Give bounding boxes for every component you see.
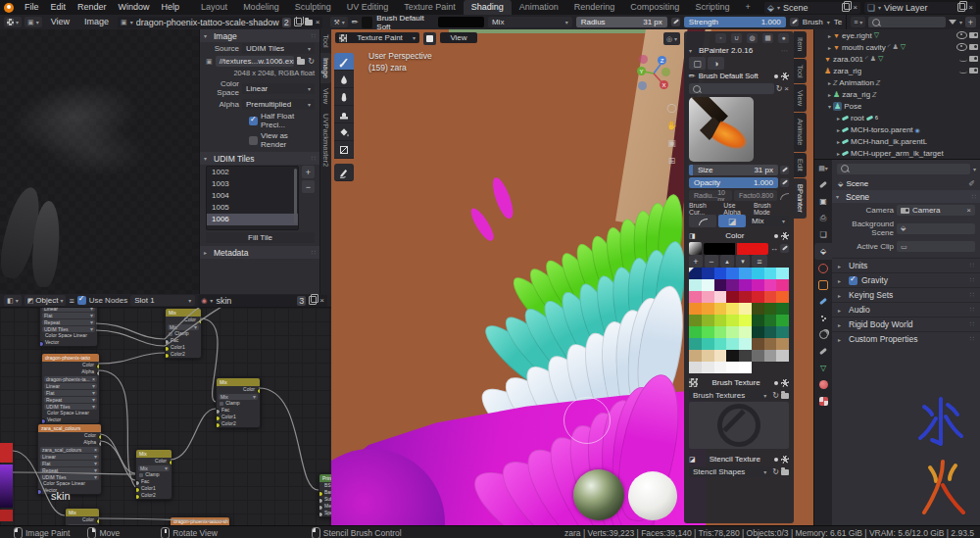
- node-row[interactable]: Spec: [319, 510, 331, 516]
- perspective-icon[interactable]: ⊞: [666, 156, 677, 167]
- unlink-scene-icon[interactable]: ×: [853, 4, 858, 12]
- node-row[interactable]: Color Space Linear: [38, 480, 101, 487]
- radius-slider[interactable]: Radius31 px: [576, 17, 667, 27]
- menu-render[interactable]: Render: [72, 0, 113, 15]
- palette-color[interactable]: [776, 279, 789, 291]
- palette-color[interactable]: [776, 350, 789, 362]
- palette-color[interactable]: [726, 326, 739, 338]
- palette-color[interactable]: [702, 303, 714, 315]
- users-count-badge[interactable]: 2: [282, 18, 291, 27]
- node-socket[interactable]: [136, 494, 140, 500]
- palette-color[interactable]: [714, 268, 727, 279]
- outliner-row[interactable]: ▸MCH-hand_ik.parentL: [814, 135, 980, 147]
- properties-editor-type[interactable]: ▤▾: [814, 160, 832, 176]
- color-settings-gear-icon[interactable]: [781, 232, 789, 240]
- sidebar-tab-tool[interactable]: Tool: [320, 29, 331, 53]
- properties-tab-scene[interactable]: ⬙: [814, 243, 832, 260]
- node-header[interactable]: Mix: [66, 509, 99, 516]
- palette-color[interactable]: [752, 315, 764, 326]
- jitter-radius-slider[interactable]: Radiu...10 px: [689, 190, 732, 201]
- size-pressure-icon[interactable]: [780, 166, 789, 174]
- palette-color[interactable]: [764, 303, 777, 315]
- paint-mode-toggle[interactable]: ▢: [689, 57, 706, 70]
- node-row[interactable]: Clamp: [217, 400, 260, 407]
- palette-color[interactable]: [714, 315, 727, 326]
- node-row[interactable]: Vector: [42, 416, 99, 423]
- palette-color[interactable]: [776, 291, 789, 303]
- open-stencils-icon[interactable]: [781, 469, 789, 475]
- browse-file-icon[interactable]: [297, 59, 305, 65]
- node-dropdown[interactable]: Linear▾: [44, 383, 97, 389]
- render-visibility-icon[interactable]: [969, 68, 978, 73]
- tool-soften-button[interactable]: [334, 71, 354, 88]
- blend-mode-dropdown[interactable]: Mix▾: [488, 17, 572, 27]
- slot-dropdown[interactable]: Slot 1▾: [130, 295, 195, 306]
- palette-sort-button[interactable]: ≡: [752, 255, 767, 268]
- panel-units[interactable]: ▸Units∷: [832, 258, 980, 272]
- node-row[interactable]: Color1: [166, 344, 201, 351]
- visibility-eye-icon[interactable]: [956, 43, 967, 51]
- node-dropdown[interactable]: Mix▾: [168, 324, 199, 330]
- node-dropdown[interactable]: Mix▾: [138, 465, 170, 471]
- palette-color[interactable]: [726, 315, 739, 326]
- palette-color[interactable]: [726, 338, 739, 350]
- axis-x-handle[interactable]: X: [660, 80, 668, 89]
- node-row[interactable]: Repeat▾: [42, 396, 99, 403]
- node-row[interactable]: Flat▾: [40, 312, 97, 318]
- sidebar-tab-view[interactable]: View: [794, 84, 807, 112]
- properties-tab-tool[interactable]: [814, 176, 832, 193]
- brush-thumbnail[interactable]: [362, 17, 372, 28]
- properties-tab-render[interactable]: ▣: [814, 193, 832, 210]
- node-row[interactable]: Subs: [319, 496, 331, 503]
- active-clip-field[interactable]: ▭: [897, 241, 975, 252]
- primary-color-swatch[interactable]: [704, 243, 735, 255]
- background-scene-field[interactable]: ⬙: [897, 223, 975, 234]
- filepath-field[interactable]: //textures...w.1006.exr: [216, 56, 295, 67]
- node-dropdown[interactable]: Flat▾: [40, 461, 99, 466]
- palette-color[interactable]: [764, 362, 777, 373]
- outliner-row[interactable]: ▸ZAnimationZ: [814, 76, 980, 88]
- palette-color[interactable]: [776, 362, 789, 373]
- unlink-view-layer-icon[interactable]: ×: [968, 4, 973, 12]
- node-header[interactable]: dragon-phoenix-tatto: [42, 354, 99, 362]
- palette-color[interactable]: [702, 315, 714, 326]
- axis-z-handle[interactable]: Z: [658, 56, 666, 65]
- strength-pressure-icon[interactable]: [790, 18, 799, 26]
- node-row[interactable]: zara_scal_colours×: [38, 446, 101, 453]
- sidebar-tab-animate[interactable]: Animate: [794, 113, 807, 152]
- reload-icon[interactable]: ↻: [308, 57, 315, 66]
- unlink-image-icon[interactable]: ×: [316, 19, 320, 26]
- palette-color[interactable]: [689, 279, 702, 291]
- view-menu[interactable]: View: [45, 15, 75, 29]
- copy-scene-icon[interactable]: [842, 3, 850, 12]
- workspace-tab-compositing[interactable]: Compositing: [622, 0, 687, 15]
- size-slider[interactable]: Size31 px: [689, 165, 778, 175]
- remove-tile-button[interactable]: −: [302, 180, 315, 193]
- udim-panel-title[interactable]: UDIM Tiles: [214, 154, 255, 164]
- panel-custom-properties[interactable]: ▸Custom Properties∷: [832, 331, 980, 346]
- workspace-tab-rendering[interactable]: Rendering: [566, 0, 623, 15]
- node-row[interactable]: Alpha: [42, 368, 99, 375]
- node-mix[interactable]: MixColorMix▾ ClampFacColor1Color2: [216, 377, 261, 428]
- open-textures-icon[interactable]: [781, 393, 789, 399]
- node-zara-scal-colours[interactable]: zara_scal_coloursColorAlphazara_scal_col…: [37, 423, 102, 495]
- navigation-gizmo[interactable]: ZYX: [631, 51, 676, 96]
- node-header[interactable]: zara_scal_colours: [38, 424, 101, 432]
- palette-color[interactable]: [714, 326, 727, 338]
- workspace-tab-shading[interactable]: Shading: [464, 0, 512, 15]
- node-header[interactable]: Mix: [217, 378, 260, 386]
- outliner-row[interactable]: ▼zara.001◜♟▽: [814, 53, 980, 65]
- tool-draw-button[interactable]: [334, 53, 354, 71]
- outliner-row[interactable]: ▸▼mouth cavity◜♟▽: [814, 41, 980, 53]
- brush-preview[interactable]: [689, 95, 789, 164]
- texture-menu[interactable]: Te: [834, 18, 842, 26]
- use-nodes-checkbox[interactable]: [77, 296, 86, 305]
- udim-tile-row[interactable]: 1003: [207, 178, 298, 190]
- add-tile-button[interactable]: +: [302, 166, 315, 178]
- palette-color[interactable]: [714, 303, 727, 315]
- node-header[interactable]: Mix: [136, 450, 172, 458]
- palette-color[interactable]: [776, 315, 789, 326]
- palette-color[interactable]: [726, 362, 739, 373]
- node-row[interactable]: UDIM Tiles▾: [40, 325, 97, 332]
- properties-tab-viewlayer[interactable]: ❏: [814, 226, 832, 243]
